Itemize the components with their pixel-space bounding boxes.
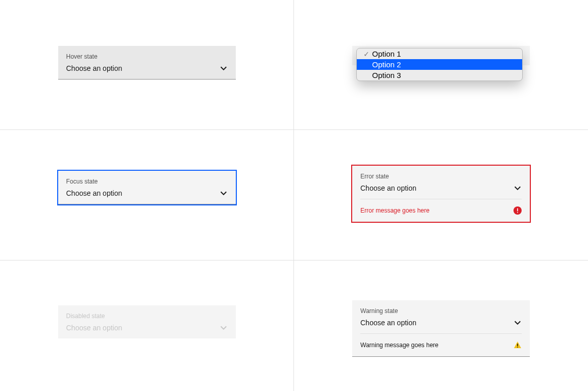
menu-item-label: Option 2: [372, 60, 401, 69]
dropdown-label: Warning state: [352, 300, 530, 316]
chevron-down-icon: [219, 64, 228, 72]
dropdown-open[interactable]: ✓ Option 1 Option 2 Option 3: [352, 46, 530, 65]
chevron-down-icon: [513, 184, 522, 192]
check-icon: ✓: [362, 50, 371, 58]
dropdown-field[interactable]: Choose an option: [352, 181, 530, 199]
dropdown-value: Choose an option: [360, 319, 416, 327]
dropdown-menu[interactable]: ✓ Option 1 Option 2 Option 3: [356, 48, 523, 81]
menu-item-label: Option 3: [372, 71, 401, 80]
svg-rect-1: [517, 208, 518, 211]
dropdown-value: Choose an option: [66, 189, 122, 197]
chevron-down-icon: [513, 319, 522, 327]
dropdown-value: Choose an option: [360, 184, 416, 192]
error-message: Error message goes here: [360, 207, 429, 214]
menu-item-label: Option 1: [372, 49, 401, 58]
svg-rect-3: [517, 344, 518, 346]
dropdown-warning[interactable]: Warning state Choose an option Warning m…: [352, 300, 530, 357]
warning-message-row: Warning message goes here: [352, 334, 530, 356]
dropdown-disabled: Disabled state Choose an option: [58, 305, 236, 338]
menu-item-option-1[interactable]: ✓ Option 1: [357, 48, 522, 59]
dropdown-value: Choose an option: [66, 64, 122, 72]
error-icon: [513, 206, 522, 215]
chevron-down-icon: [219, 189, 228, 197]
warning-message: Warning message goes here: [360, 342, 438, 349]
dropdown-label: Disabled state: [58, 305, 236, 321]
dropdown-label: Focus state: [58, 171, 236, 186]
dropdown-field[interactable]: Choose an option: [58, 61, 236, 79]
dropdown-field: Choose an option: [58, 321, 236, 338]
dropdown-value: Choose an option: [66, 324, 122, 332]
svg-rect-2: [517, 212, 518, 213]
dropdown-label: Error state: [352, 166, 530, 181]
chevron-down-icon: [219, 324, 228, 332]
warning-icon: [513, 341, 522, 349]
dropdown-field[interactable]: Choose an option: [352, 316, 530, 333]
dropdown-label: Hover state: [58, 46, 236, 61]
dropdown-field[interactable]: Choose an option: [58, 186, 236, 204]
dropdown-focus[interactable]: Focus state Choose an option: [58, 171, 236, 204]
menu-item-option-3[interactable]: Option 3: [357, 70, 522, 81]
dropdown-hover[interactable]: Hover state Choose an option: [58, 46, 236, 80]
svg-rect-4: [517, 347, 518, 347]
dropdown-error[interactable]: Error state Choose an option Error messa…: [352, 166, 530, 222]
error-message-row: Error message goes here: [352, 199, 530, 222]
menu-item-option-2[interactable]: Option 2: [357, 59, 522, 70]
